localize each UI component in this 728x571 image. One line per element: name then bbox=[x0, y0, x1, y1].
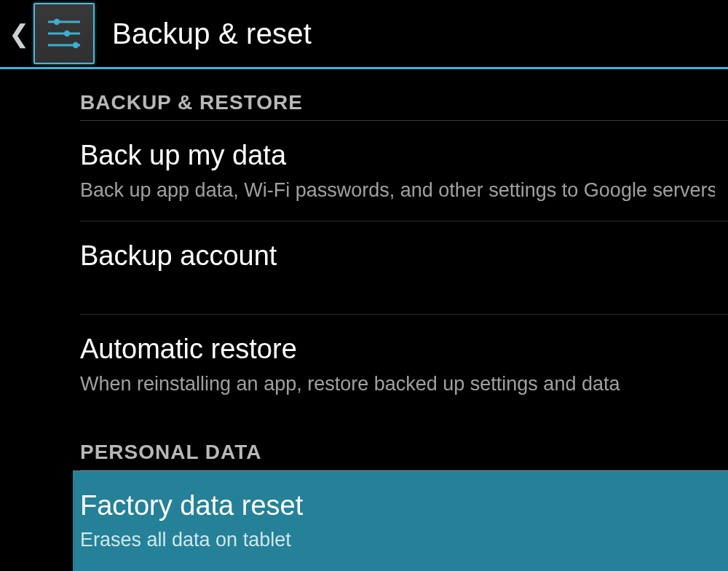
item-title: Back up my data bbox=[80, 138, 715, 173]
page-title: Backup & reset bbox=[112, 17, 312, 50]
settings-icon bbox=[33, 3, 95, 64]
item-backup-account[interactable]: Backup account bbox=[80, 221, 728, 315]
item-summary: Erases all data on tablet bbox=[80, 527, 715, 553]
back-icon[interactable]: ❮ bbox=[9, 21, 29, 46]
svg-point-5 bbox=[73, 42, 79, 48]
svg-point-3 bbox=[64, 31, 70, 36]
item-title: Automatic restore bbox=[80, 332, 715, 367]
section-header-personal-data: PERSONAL DATA bbox=[80, 414, 728, 470]
item-back-up-my-data[interactable]: Back up my data Back up app data, Wi-Fi … bbox=[80, 121, 728, 221]
settings-list: BACKUP & RESTORE Back up my data Back up… bbox=[0, 69, 728, 571]
item-factory-data-reset[interactable]: Factory data reset Erases all data on ta… bbox=[73, 470, 728, 571]
svg-point-1 bbox=[54, 19, 60, 25]
item-title: Factory data reset bbox=[80, 489, 715, 524]
section-header-backup-restore: BACKUP & RESTORE bbox=[80, 69, 728, 121]
item-automatic-restore[interactable]: Automatic restore When reinstalling an a… bbox=[80, 315, 728, 414]
section-backup-restore: BACKUP & RESTORE Back up my data Back up… bbox=[0, 69, 728, 470]
action-bar[interactable]: ❮ Backup & reset bbox=[0, 0, 728, 67]
item-summary: When reinstalling an app, restore backed… bbox=[80, 371, 715, 397]
item-summary: Back up app data, Wi-Fi passwords, and o… bbox=[80, 178, 715, 203]
item-title: Backup account bbox=[80, 239, 715, 274]
